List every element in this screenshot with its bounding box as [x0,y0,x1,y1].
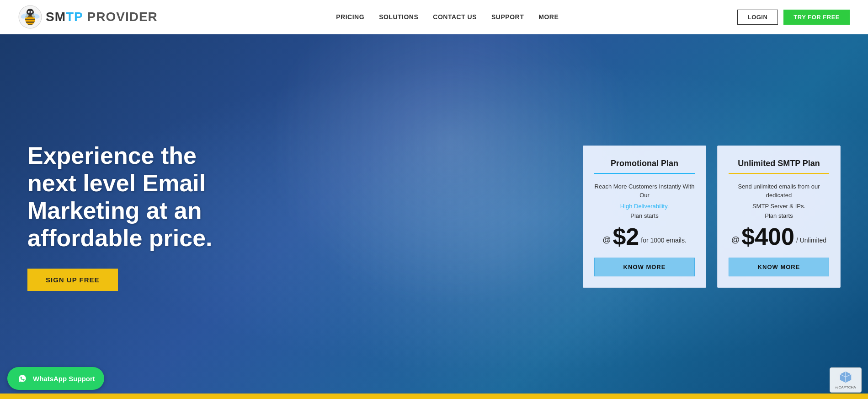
logo[interactable]: SMTP PROVIDER [18,5,158,29]
nav-pricing[interactable]: PRICING [336,13,364,21]
unlimited-desc-1: Send unlimited emails from our dedicated [729,182,829,200]
unlimited-plan-title: Unlimited SMTP Plan [738,159,820,168]
plan-cards: Promotional Plan Reach More Customers In… [583,146,841,288]
nav-more[interactable]: MORE [538,13,559,21]
unlimited-price-row: @ $400 / Unlimited [731,225,826,248]
unlimited-know-more-button[interactable]: KNOW MORE [729,258,829,276]
logo-text: SMTP PROVIDER [46,10,158,24]
promotional-unit: for 1000 emails. [641,237,687,244]
logo-icon [18,5,42,29]
whatsapp-support-button[interactable]: WhatsApp Support [7,367,104,390]
unlimited-at: @ [731,235,740,245]
navbar-actions: LOGIN TRY FOR FREE [737,10,850,25]
promotional-at: @ [602,235,611,245]
promotional-price-row: @ $2 for 1000 emails. [602,225,687,248]
promotional-price: $2 [612,225,639,248]
hero-content: Experience the next level Email Marketin… [0,142,868,291]
recaptcha-icon [839,371,852,383]
nav-menu: PRICING SOLUTIONS CONTACT US SUPPORT MOR… [336,13,559,21]
promotional-desc-1: Reach More Customers Instantly With Our [594,182,695,200]
svg-point-5 [31,11,32,13]
login-button[interactable]: LOGIN [737,10,778,25]
unlimited-price: $400 [741,225,794,248]
unlimited-desc-2: SMTP Server & IPs. [752,202,805,211]
hero-section: Experience the next level Email Marketin… [0,34,868,399]
hero-title: Experience the next level Email Marketin… [27,142,247,252]
signup-button[interactable]: SIGN UP FREE [27,269,118,291]
unlimited-unit: / Unlimited [796,237,826,244]
unlimited-plan-card: Unlimited SMTP Plan Send unlimited email… [717,146,841,288]
nav-solutions[interactable]: SOLUTIONS [379,13,418,21]
navbar: SMTP PROVIDER PRICING SOLUTIONS CONTACT … [0,0,868,34]
promotional-know-more-button[interactable]: KNOW MORE [594,258,695,276]
try-free-button[interactable]: TRY FOR FREE [783,10,850,25]
promotional-desc-link: High Deliverability. [620,202,669,211]
recaptcha-label: reCAPTCHA [835,385,857,389]
bottom-bar [0,394,868,399]
svg-point-4 [28,11,30,13]
recaptcha-badge: reCAPTCHA [830,367,862,393]
promotional-plan-card: Promotional Plan Reach More Customers In… [583,146,706,288]
whatsapp-icon [16,372,28,384]
nav-contact[interactable]: CONTACT US [433,13,477,21]
promotional-divider [594,173,695,174]
promotional-starts: Plan starts [630,212,658,219]
hero-text-block: Experience the next level Email Marketin… [27,142,247,291]
promotional-plan-title: Promotional Plan [611,159,678,168]
nav-support[interactable]: SUPPORT [491,13,524,21]
unlimited-divider [729,173,829,174]
whatsapp-label: WhatsApp Support [33,375,95,383]
unlimited-starts: Plan starts [765,212,793,219]
